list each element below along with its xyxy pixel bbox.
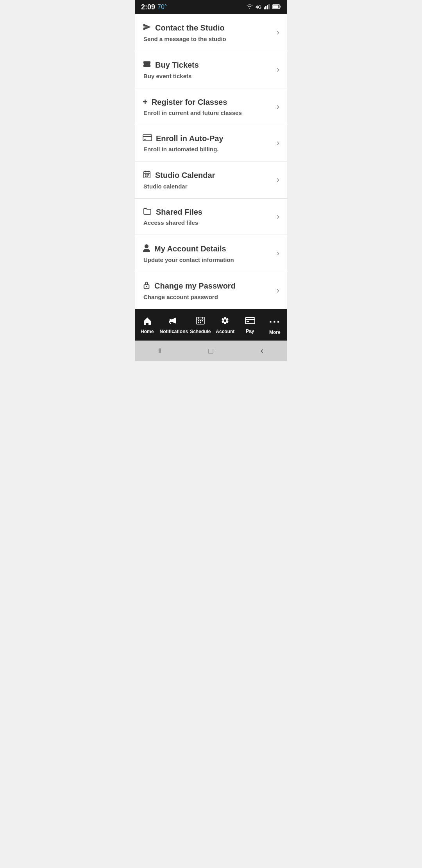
contact-studio-subtitle: Send a message to the studio xyxy=(143,36,226,42)
svg-rect-1 xyxy=(265,6,266,9)
status-bar: 2:09 70° 4G xyxy=(135,0,287,14)
menu-item-studio-calendar[interactable]: Studio Calendar Studio calendar › xyxy=(135,161,287,199)
android-nav-bar: ⫴ □ ‹ xyxy=(135,341,287,361)
menu-item-title: Buy Tickets xyxy=(143,60,199,70)
calendar-icon xyxy=(143,170,151,181)
menu-item-shared-files[interactable]: Shared Files Access shared files › xyxy=(135,199,287,235)
menu-item-register-classes[interactable]: + Register for Classes Enroll in current… xyxy=(135,88,287,125)
menu-item-title: Contact the Studio xyxy=(143,23,226,33)
enroll-autopay-label: Enroll in Auto-Pay xyxy=(156,134,224,143)
lte-icon: 4G xyxy=(256,5,261,9)
menu-item-left: Shared Files Access shared files xyxy=(143,207,202,226)
chevron-right-icon: › xyxy=(277,102,279,112)
buy-tickets-subtitle: Buy event tickets xyxy=(143,73,199,79)
change-password-subtitle: Change account password xyxy=(143,294,236,300)
svg-rect-32 xyxy=(200,322,201,323)
studio-calendar-label: Studio Calendar xyxy=(155,171,215,180)
chevron-right-icon: › xyxy=(277,65,279,75)
bottom-nav: Home Notifications Sch xyxy=(135,309,287,341)
signal-icon xyxy=(264,4,270,11)
svg-rect-8 xyxy=(143,136,152,137)
menu-item-enroll-autopay[interactable]: Enroll in Auto-Pay Enroll in automated b… xyxy=(135,125,287,161)
change-password-label: Change my Password xyxy=(154,282,236,291)
person-icon xyxy=(143,244,150,254)
svg-rect-15 xyxy=(147,174,148,176)
send-icon xyxy=(143,23,151,33)
status-time: 2:09 xyxy=(141,3,155,11)
contact-studio-label: Contact the Studio xyxy=(155,23,225,32)
android-menu-btn[interactable]: ⫴ xyxy=(158,347,161,354)
svg-rect-30 xyxy=(202,320,203,321)
ticket-icon xyxy=(143,60,151,70)
svg-line-23 xyxy=(170,323,171,324)
svg-rect-7 xyxy=(143,135,152,141)
svg-rect-6 xyxy=(273,5,279,8)
menu-item-title: Enroll in Auto-Pay xyxy=(143,134,224,143)
nav-account-label: Account xyxy=(216,329,234,334)
enroll-autopay-subtitle: Enroll in automated billing. xyxy=(143,146,224,152)
android-home-btn[interactable]: □ xyxy=(208,346,213,355)
chevron-right-icon: › xyxy=(277,285,279,296)
nav-item-home[interactable]: Home xyxy=(135,316,159,334)
svg-rect-0 xyxy=(264,7,265,9)
menu-item-title: Shared Files xyxy=(143,207,202,217)
svg-rect-28 xyxy=(198,320,199,321)
more-icon: ··· xyxy=(269,316,281,328)
pay-icon xyxy=(245,317,256,327)
battery-icon xyxy=(272,4,281,10)
chevron-right-icon: › xyxy=(277,248,279,258)
svg-rect-16 xyxy=(148,174,149,176)
svg-rect-35 xyxy=(247,321,249,322)
menu-item-contact-studio[interactable]: Contact the Studio Send a message to the… xyxy=(135,14,287,51)
nav-item-pay[interactable]: Pay xyxy=(238,317,262,334)
schedule-icon xyxy=(196,316,205,327)
plus-icon: + xyxy=(143,97,148,107)
folder-icon xyxy=(143,207,152,217)
account-details-subtitle: Update your contact information xyxy=(143,256,234,263)
android-back-btn[interactable]: ‹ xyxy=(261,345,264,356)
buy-tickets-label: Buy Tickets xyxy=(155,61,199,70)
chevron-right-icon: › xyxy=(277,175,279,185)
svg-rect-3 xyxy=(268,4,270,9)
nav-item-schedule[interactable]: Schedule xyxy=(188,316,213,334)
status-right: 4G xyxy=(246,4,281,11)
menu-item-buy-tickets[interactable]: Buy Tickets Buy event tickets › xyxy=(135,51,287,88)
svg-rect-9 xyxy=(144,139,146,140)
menu-item-left: Studio Calendar Studio calendar xyxy=(143,170,215,190)
chevron-right-icon: › xyxy=(277,212,279,222)
menu-item-title: My Account Details xyxy=(143,244,234,254)
status-left: 2:09 70° xyxy=(141,3,167,11)
credit-card-icon xyxy=(143,134,152,143)
megaphone-icon xyxy=(169,316,179,327)
chevron-right-icon: › xyxy=(277,138,279,148)
chevron-right-icon: › xyxy=(277,27,279,38)
home-icon xyxy=(143,316,152,327)
menu-item-change-password[interactable]: Change my Password Change account passwo… xyxy=(135,272,287,309)
shared-files-label: Shared Files xyxy=(156,208,202,217)
menu-item-title: + Register for Classes xyxy=(143,97,242,107)
nav-item-more[interactable]: ··· More xyxy=(263,316,287,335)
svg-point-21 xyxy=(146,286,147,287)
main-content: Contact the Studio Send a message to the… xyxy=(135,14,287,309)
svg-rect-14 xyxy=(145,174,146,176)
nav-more-label: More xyxy=(269,330,281,335)
account-details-label: My Account Details xyxy=(154,244,226,253)
menu-item-left: Buy Tickets Buy event tickets xyxy=(143,60,199,79)
nav-schedule-label: Schedule xyxy=(190,329,211,334)
gear-icon xyxy=(220,316,230,327)
svg-rect-29 xyxy=(200,320,201,321)
menu-item-title: Change my Password xyxy=(143,281,236,291)
menu-item-account-details[interactable]: My Account Details Update your contact i… xyxy=(135,235,287,272)
lock-icon xyxy=(143,281,150,291)
menu-item-title: Studio Calendar xyxy=(143,170,215,181)
nav-item-account[interactable]: Account xyxy=(213,316,238,334)
menu-item-left: My Account Details Update your contact i… xyxy=(143,244,234,263)
svg-rect-2 xyxy=(267,5,268,9)
svg-point-19 xyxy=(145,244,148,248)
svg-rect-33 xyxy=(245,317,255,324)
menu-item-left: Enroll in Auto-Pay Enroll in automated b… xyxy=(143,134,224,152)
wifi-icon xyxy=(246,4,253,11)
nav-item-notifications[interactable]: Notifications xyxy=(159,316,188,334)
menu-item-left: + Register for Classes Enroll in current… xyxy=(143,97,242,116)
nav-pay-label: Pay xyxy=(246,328,254,334)
